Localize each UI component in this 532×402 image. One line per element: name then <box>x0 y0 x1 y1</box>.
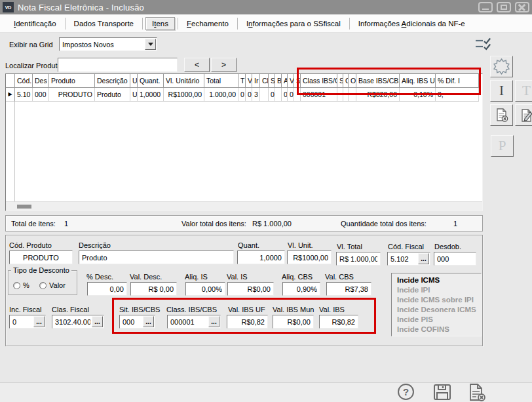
val-ibs-mun-field[interactable]: R$0,00 <box>273 315 314 329</box>
tab-dados-transporte[interactable]: Dados Transporte <box>66 17 142 30</box>
save-button[interactable] <box>431 383 453 401</box>
minimize-button[interactable] <box>478 2 493 12</box>
grid-cell-o[interactable] <box>349 88 356 102</box>
grid-cell-t[interactable]: 0 <box>238 88 246 102</box>
help-button[interactable]: ? <box>398 384 414 400</box>
val-ibs-uf-field[interactable]: R$0,82 <box>227 315 268 329</box>
grid-cell-u[interactable]: U <box>130 88 138 102</box>
grid-column-header-base-ibs-cbs[interactable]: Base IBS/CBS <box>356 74 400 88</box>
grid-cell-a[interactable]: 0 <box>282 88 288 102</box>
desconto-valor-radio[interactable]: Valor <box>39 281 66 289</box>
localizar-produto-input[interactable] <box>58 58 178 72</box>
grid-column-header-c[interactable]: C <box>343 74 349 88</box>
grid-cell-ir[interactable]: 3 <box>252 88 260 102</box>
grid-cell-descri-o[interactable]: Produto <box>95 88 130 102</box>
grid-cell-v[interactable]: 0 <box>246 88 252 102</box>
grid-column-header-s[interactable]: S <box>269 74 275 88</box>
cod-produto-field[interactable]: PRODUTO <box>9 251 73 264</box>
grid-column-header-v[interactable]: V <box>288 74 294 88</box>
descricao-field[interactable]: Produto <box>79 251 234 264</box>
vl-total-field[interactable]: R$ 1.000,00 <box>336 252 381 266</box>
current-row-indicator[interactable]: ▶ <box>6 88 15 102</box>
vl-unit-field[interactable]: R$1000,00 <box>287 251 332 264</box>
tab-identifica-o[interactable]: Identificação <box>5 17 65 30</box>
grid-cell-v[interactable]: 0 <box>288 88 294 102</box>
grid-cell-s[interactable] <box>337 88 343 102</box>
grid-cell-quant[interactable]: 1,0000 <box>138 88 164 102</box>
inc-fiscal-lookup-button[interactable]: ... <box>33 316 45 327</box>
exibir-na-grid-combobox[interactable]: Impostos Novos <box>59 37 157 51</box>
grid-column-header-s[interactable]: S <box>337 74 343 88</box>
clas-fiscal-field[interactable]: 3102.40.00 ... <box>52 315 104 329</box>
grid-indicator-header[interactable] <box>6 74 15 88</box>
grid-cell-des[interactable]: 000 <box>33 88 49 102</box>
grid-cell-s[interactable]: 0 <box>269 88 275 102</box>
desconto-percent-radio[interactable]: % <box>13 281 29 289</box>
val-ibs-field[interactable]: R$0,82 <box>319 315 358 329</box>
grid-column-header-total[interactable]: Total <box>204 74 238 88</box>
grid-column-header-cl[interactable]: Cl <box>260 74 269 88</box>
grid-column-header-descri-o[interactable]: Descrição <box>95 74 130 88</box>
grid-column-header-class-ibs-cbs[interactable]: Class IBS/CBS <box>301 74 337 88</box>
sit-ibs-cbs-field[interactable]: 000 ... <box>119 315 155 329</box>
grid-column-header-o[interactable]: O <box>349 74 356 88</box>
grid-data-row[interactable]: ▶5.10000PRODUTOProdutoU1,0000R$1000,001.… <box>6 88 482 102</box>
grid-cell-base-ibs-cbs[interactable]: R$820,00 <box>356 88 400 102</box>
cod-fiscal-field[interactable]: 5.102 ... <box>387 252 430 266</box>
grid-horizontal-scrollbar[interactable] <box>6 201 482 211</box>
previous-item-button[interactable]: < <box>184 58 210 72</box>
grid-cell-produto[interactable]: PRODUTO <box>49 88 95 102</box>
grid-column-header-vl-unit-rio[interactable]: Vl. Unitário <box>164 74 204 88</box>
next-item-button[interactable]: > <box>211 58 237 72</box>
grid-column-header-ir[interactable]: Ir <box>252 74 260 88</box>
grid-cell-total[interactable]: 1.000,00 <box>204 88 238 102</box>
grid-cell-s[interactable] <box>294 88 301 102</box>
grid-column-header-s[interactable]: S <box>294 74 301 88</box>
edit-item-button[interactable] <box>515 104 532 126</box>
grid-cell-b[interactable] <box>275 88 282 102</box>
dropdown-button[interactable] <box>145 39 156 50</box>
val-cbs-field[interactable]: R$7,38 <box>326 282 371 296</box>
tab-fechamento[interactable]: Fechamento <box>178 17 237 30</box>
grid-column-header-dif-i[interactable]: % Dif. I <box>436 74 479 88</box>
desdob-field[interactable]: 000 <box>434 252 476 266</box>
maximize-button[interactable] <box>497 2 511 12</box>
grid-cell-dif-i[interactable]: 0, <box>436 88 479 102</box>
quant-field[interactable]: 1,0000 <box>237 251 285 264</box>
tab-informa-es-adicionais-da-nf-e[interactable]: Informações Adicionais da NF-e <box>350 17 474 30</box>
tab-itens[interactable]: Itens <box>145 17 175 30</box>
grid-cell-vl-unit-rio[interactable]: R$1000,00 <box>164 88 204 102</box>
tab-informa-es-para-o-ssfiscal[interactable]: Informações para o SSfiscal <box>238 17 349 30</box>
class-ibs-cbs-field[interactable]: 000001 ... <box>167 315 221 329</box>
grid-cell-c-d[interactable]: 5.10 <box>15 88 33 102</box>
items-grid[interactable]: Cód.DesProdutoDescriçãoUQuant.Vl. Unitár… <box>5 73 483 211</box>
aliq-cbs-field[interactable]: 0,90% <box>282 282 320 296</box>
grid-column-header-a[interactable]: A <box>282 74 288 88</box>
scrollbar-thumb[interactable] <box>17 205 31 209</box>
delete-item-button[interactable] <box>490 104 513 126</box>
grid-cell-class-ibs-cbs[interactable]: 000001 <box>301 88 337 102</box>
grid-column-header-u[interactable]: U <box>130 74 138 88</box>
class-ibs-cbs-lookup-button[interactable]: ... <box>208 316 219 327</box>
grid-cell-c[interactable] <box>343 88 349 102</box>
grid-column-header-aliq-ibs-uf[interactable]: Aliq. IBS UF <box>400 74 436 88</box>
grid-column-header-v[interactable]: V <box>246 74 252 88</box>
clas-fiscal-lookup-button[interactable]: ... <box>92 316 103 327</box>
val-desc-field[interactable]: R$ 0,00 <box>130 282 177 296</box>
grid-column-header-t[interactable]: T <box>238 74 246 88</box>
inc-fiscal-field[interactable]: 0 ... <box>9 315 46 329</box>
grid-column-header-des[interactable]: Des <box>33 74 49 88</box>
grid-column-header-b[interactable]: B <box>275 74 282 88</box>
seal-button[interactable] <box>490 56 513 77</box>
grid-column-header-c-d[interactable]: Cód. <box>15 74 33 88</box>
close-button[interactable] <box>515 2 529 12</box>
insert-item-button[interactable]: I <box>490 80 513 102</box>
grid-cell-aliq-ibs-uf[interactable]: 0,10% <box>400 88 436 102</box>
grid-cell-cl[interactable] <box>260 88 269 102</box>
grid-config-button[interactable] <box>470 35 497 53</box>
grid-column-header-quant[interactable]: Quant. <box>138 74 164 88</box>
perc-desc-field[interactable]: 0,00 <box>87 282 127 296</box>
sit-ibs-cbs-lookup-button[interactable]: ... <box>143 316 154 327</box>
cancel-document-button[interactable] <box>465 383 488 401</box>
val-is-field[interactable]: R$0,00 <box>227 282 274 296</box>
